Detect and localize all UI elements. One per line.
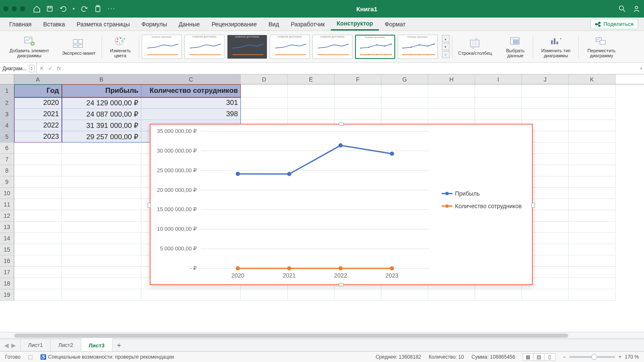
select-all-corner[interactable] <box>0 74 14 84</box>
row-header-7[interactable]: 7 <box>0 154 14 165</box>
cell-B13[interactable] <box>62 222 141 233</box>
column-header-B[interactable]: B <box>62 74 141 84</box>
cell-B3[interactable]: 24 087 000,00 ₽ <box>62 109 141 120</box>
row-header-2[interactable]: 2 <box>0 97 14 109</box>
cell-B17[interactable] <box>62 267 141 278</box>
cell-G19[interactable] <box>381 289 428 301</box>
column-header-J[interactable]: J <box>522 74 569 84</box>
zoom-slider[interactable] <box>569 356 615 358</box>
row-header-13[interactable]: 13 <box>0 222 14 233</box>
cell-C3[interactable]: 398 <box>141 109 241 120</box>
switch-row-column-button[interactable]: Строка/столбец <box>457 37 494 56</box>
cell-G1[interactable] <box>381 84 428 97</box>
cell-A13[interactable] <box>14 222 62 233</box>
gallery-more-icon[interactable]: ▿ <box>442 51 450 58</box>
row-header-9[interactable]: 9 <box>0 176 14 188</box>
select-data-button[interactable]: Выбрать данные <box>502 34 529 59</box>
cell-K5[interactable] <box>569 131 616 143</box>
tab-главная[interactable]: Главная <box>3 18 37 31</box>
formula-input[interactable] <box>65 63 644 74</box>
share-button[interactable]: Поделиться <box>590 19 638 29</box>
cell-J2[interactable] <box>522 97 569 109</box>
home-icon[interactable] <box>33 5 40 13</box>
normal-view-button[interactable]: ▦ <box>523 353 534 361</box>
tab-вид[interactable]: Вид <box>263 18 285 31</box>
cell-A7[interactable] <box>14 154 62 165</box>
column-header-C[interactable]: C <box>141 74 241 84</box>
row-header-16[interactable]: 16 <box>0 255 14 267</box>
row-header-14[interactable]: 14 <box>0 233 14 244</box>
cell-K16[interactable] <box>569 255 616 267</box>
cell-C2[interactable]: 301 <box>141 97 241 109</box>
column-header-E[interactable]: E <box>288 74 335 84</box>
cell-A15[interactable] <box>14 244 62 255</box>
add-sheet-button[interactable]: ＋ <box>112 339 126 351</box>
cell-B7[interactable] <box>62 154 141 165</box>
tab-разработчик[interactable]: Разработчик <box>285 18 331 31</box>
cell-D19[interactable] <box>241 289 288 301</box>
row-header-15[interactable]: 15 <box>0 244 14 255</box>
cell-K14[interactable] <box>569 233 616 244</box>
horizontal-scrollbar[interactable] <box>0 332 644 339</box>
column-header-G[interactable]: G <box>381 74 428 84</box>
cell-B2[interactable]: 24 129 000,00 ₽ <box>62 97 141 109</box>
row-header-4[interactable]: 4 <box>0 120 14 131</box>
chart-style-4[interactable]: НАЗВАНИЕ ДИАГРАММЫ <box>270 35 310 59</box>
column-header-D[interactable]: D <box>241 74 288 84</box>
row-header-1[interactable]: 1 <box>0 84 14 97</box>
chart-object[interactable]: - ₽5 000 000,00 ₽10 000 000,00 ₽15 000 0… <box>150 124 533 285</box>
cell-B14[interactable] <box>62 233 141 244</box>
cell-A16[interactable] <box>14 255 62 267</box>
cell-K9[interactable] <box>569 176 616 188</box>
cell-H3[interactable] <box>428 109 475 120</box>
row-header-17[interactable]: 17 <box>0 267 14 278</box>
cell-B5[interactable]: 29 257 000,00 ₽ <box>62 131 141 143</box>
column-header-F[interactable]: F <box>335 74 381 84</box>
tab-данные[interactable]: Данные <box>173 18 206 31</box>
cell-J19[interactable] <box>522 289 569 301</box>
search-icon[interactable] <box>618 5 626 13</box>
page-layout-view-button[interactable]: ▤ <box>534 353 544 361</box>
cell-K8[interactable] <box>569 165 616 176</box>
sheet-tab-Лист3[interactable]: Лист3 <box>81 339 112 351</box>
cell-K10[interactable] <box>569 188 616 199</box>
cell-H2[interactable] <box>428 97 475 109</box>
cell-A2[interactable]: 2020 <box>14 97 62 109</box>
cell-I2[interactable] <box>475 97 522 109</box>
tab-разметка страницы[interactable]: Разметка страницы <box>71 18 135 31</box>
name-box[interactable]: Диаграм... ▴▾ <box>0 63 37 74</box>
cell-K19[interactable] <box>569 289 616 301</box>
cell-B16[interactable] <box>62 255 141 267</box>
cell-K2[interactable] <box>569 97 616 109</box>
cell-A3[interactable]: 2021 <box>14 109 62 120</box>
cell-A12[interactable] <box>14 210 62 222</box>
namebox-dropdown-icon[interactable]: ▴▾ <box>29 65 35 72</box>
cell-E19[interactable] <box>288 289 335 301</box>
cell-A5[interactable]: 2023 <box>14 131 62 143</box>
cell-B8[interactable] <box>62 165 141 176</box>
cell-K17[interactable] <box>569 267 616 278</box>
cell-J3[interactable] <box>522 109 569 120</box>
row-header-5[interactable]: 5 <box>0 131 14 143</box>
gallery-up-icon[interactable]: ▴ <box>442 35 450 42</box>
cell-D3[interactable] <box>241 109 288 120</box>
cell-B19[interactable] <box>62 289 141 301</box>
cell-E3[interactable] <box>288 109 335 120</box>
worksheet-grid[interactable]: ABCDEFGHIJK 1234567891011121314151617181… <box>0 74 644 332</box>
row-header-18[interactable]: 18 <box>0 278 14 289</box>
column-header-K[interactable]: K <box>569 74 616 84</box>
cell-K11[interactable] <box>569 199 616 210</box>
cell-G3[interactable] <box>381 109 428 120</box>
add-chart-element-button[interactable]: Добавить элемент диаграммы <box>7 34 52 59</box>
row-header-8[interactable]: 8 <box>0 165 14 176</box>
row-header-3[interactable]: 3 <box>0 109 14 120</box>
cell-D2[interactable] <box>241 97 288 109</box>
cell-A1[interactable]: Год <box>14 84 62 97</box>
sheet-nav-next-icon[interactable]: ▶ <box>11 342 16 349</box>
cell-I19[interactable] <box>475 289 522 301</box>
zoom-out-button[interactable]: − <box>563 354 566 360</box>
cell-K18[interactable] <box>569 278 616 289</box>
cell-F1[interactable] <box>335 84 381 97</box>
change-chart-type-button[interactable]: ▾ Изменить тип диаграммы <box>537 34 574 59</box>
gallery-down-icon[interactable]: ▾ <box>442 43 450 50</box>
